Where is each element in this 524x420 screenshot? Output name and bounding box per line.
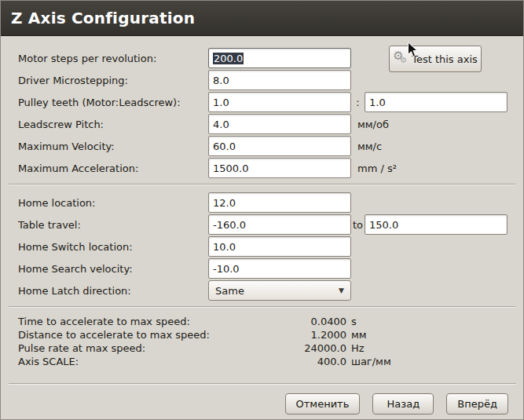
travel-to-label: to	[351, 219, 365, 231]
table-travel-label: Table travel:	[18, 219, 208, 231]
test-axis-button[interactable]: ⚙ ⚙ Test this axis	[389, 46, 482, 72]
microstepping-input[interactable]	[208, 70, 351, 90]
pulley-leadscrew-teeth-input[interactable]	[365, 92, 508, 112]
velocity-unit-label: мм/с	[357, 141, 382, 152]
z-axis-config-window: Z Axis Configuration Motor steps per rev…	[0, 0, 524, 420]
pitch-unit-label: мм/об	[357, 119, 389, 130]
table-travel-row: Table travel: to	[18, 214, 507, 235]
home-latch-direction-label: Home Latch direction:	[18, 285, 208, 297]
selected-text: 200.0	[213, 53, 244, 64]
home-location-label: Home location:	[18, 197, 208, 209]
stat-unit: s	[351, 315, 357, 328]
stat-label: Pulse rate at max speed:	[18, 341, 254, 355]
leadscrew-pitch-row: Leadscrew Pitch: мм/об	[18, 114, 507, 134]
table-travel-max-input[interactable]	[365, 214, 508, 235]
gears-icon: ⚙ ⚙	[393, 51, 409, 67]
ratio-separator-label: :	[351, 97, 365, 108]
computed-stats: Time to accelerate to max speed: 0.0400 …	[18, 315, 507, 368]
max-velocity-input[interactable]	[208, 136, 351, 156]
stat-row-accel-distance: Distance to accelerate to max speed: 1.2…	[18, 328, 507, 341]
home-switch-label: Home Switch location:	[18, 241, 208, 253]
max-velocity-row: Maximum Velocity: мм/с	[18, 136, 507, 156]
test-axis-label: Test this axis	[412, 53, 478, 65]
stat-label: Distance to accelerate to max speed:	[18, 328, 254, 341]
cancel-button[interactable]: Отменить	[285, 393, 361, 415]
back-button[interactable]: Назад	[372, 393, 434, 415]
home-location-input[interactable]	[208, 192, 351, 213]
table-travel-min-input[interactable]	[208, 214, 351, 235]
stat-value: 1.2000	[254, 328, 346, 341]
microstepping-label: Driver Microstepping:	[18, 75, 208, 86]
max-velocity-label: Maximum Velocity:	[18, 141, 208, 152]
max-acceleration-row: Maximum Acceleration: mm / s²	[18, 158, 507, 178]
pulley-teeth-label: Pulley teeth (Motor:Leadscrew):	[18, 97, 208, 108]
stat-row-accel-time: Time to accelerate to max speed: 0.0400 …	[18, 315, 507, 328]
home-search-velocity-input[interactable]	[208, 258, 351, 279]
stat-value: 0.0400	[254, 315, 346, 328]
home-switch-row: Home Switch location:	[18, 236, 507, 257]
forward-button[interactable]: Вперёд	[446, 393, 508, 415]
combobox-selected-value: Same	[215, 285, 334, 297]
pulley-teeth-row: Pulley teeth (Motor:Leadscrew): :	[18, 92, 507, 112]
stat-label: Axis SCALE:	[18, 355, 254, 368]
stat-row-axis-scale: Axis SCALE: 400.0 шаг/мм	[18, 355, 507, 368]
motor-steps-input[interactable]: 200.0	[208, 48, 351, 68]
stat-value: 400.0	[254, 355, 346, 368]
acceleration-unit-label: mm / s²	[357, 163, 397, 174]
stat-unit: мм	[351, 328, 367, 341]
home-location-row: Home location:	[18, 192, 507, 213]
action-bar: Отменить Назад Вперёд	[1, 393, 523, 415]
window-titlebar: Z Axis Configuration	[1, 1, 523, 36]
separator	[9, 306, 515, 308]
stat-value: 24000.0	[254, 341, 346, 355]
stat-unit: шаг/мм	[351, 355, 391, 368]
home-search-velocity-label: Home Search velocity:	[18, 263, 208, 275]
home-switch-location-input[interactable]	[208, 236, 351, 257]
max-acceleration-label: Maximum Acceleration:	[18, 163, 208, 174]
separator	[9, 184, 515, 185]
pulley-motor-teeth-input[interactable]	[208, 92, 351, 112]
separator	[9, 383, 516, 385]
config-form: Motor steps per revolution: 200.0 Driver…	[1, 36, 523, 368]
stat-row-pulse-rate: Pulse rate at max speed: 24000.0 Hz	[18, 341, 507, 355]
max-acceleration-input[interactable]	[208, 158, 351, 178]
home-latch-direction-combobox[interactable]: Same ▼	[208, 280, 351, 301]
stat-unit: Hz	[351, 341, 365, 355]
stat-label: Time to accelerate to max speed:	[18, 315, 254, 328]
leadscrew-pitch-input[interactable]	[208, 114, 351, 134]
home-search-velocity-row: Home Search velocity:	[18, 258, 507, 279]
motor-steps-label: Motor steps per revolution:	[18, 53, 208, 64]
home-latch-row: Home Latch direction: Same ▼	[18, 280, 507, 301]
chevron-down-icon: ▼	[339, 287, 344, 294]
window-title: Z Axis Configuration	[11, 9, 195, 27]
leadscrew-pitch-label: Leadscrew Pitch:	[18, 119, 208, 130]
microstepping-row: Driver Microstepping:	[18, 70, 507, 90]
